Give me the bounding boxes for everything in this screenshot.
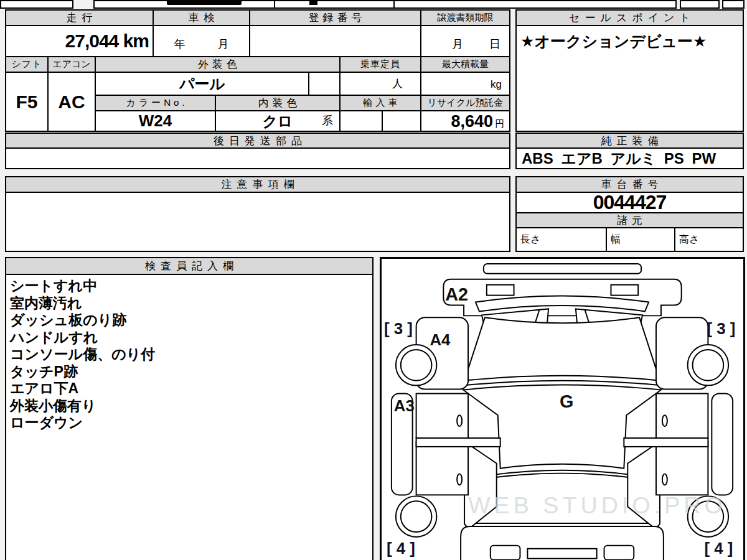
inspector-note-line: エアロ下A: [10, 380, 369, 398]
diagram-door-handle: [457, 415, 462, 426]
interior-color-value: クロ 系: [215, 110, 341, 132]
diagram-bumper-inset-right: [611, 285, 638, 296]
recycle-deposit-value: 8,640 円: [420, 110, 510, 132]
interior-color-header: 内装色: [215, 95, 341, 111]
sales-panel: セールスポイント ★オークションデビュー★ 純正装備 ABS エアB アルミ P…: [515, 9, 744, 169]
exterior-color-header: 外装色: [95, 56, 341, 73]
caution-notes-header: 注意事項欄: [5, 176, 510, 193]
inspector-note-line: 外装小傷有り: [10, 398, 369, 415]
chassis-number-header: 車台番号: [515, 176, 744, 193]
aircon-header: エアコン: [47, 56, 96, 73]
inspector-note-line: ローダウン: [10, 414, 369, 432]
diagram-rear-door-left: [416, 442, 468, 495]
sales-point-value: ★オークションデビュー★: [515, 25, 744, 132]
import-cell-a: [339, 110, 383, 132]
aircon-value: AC: [47, 72, 96, 132]
wheel-grade-4-right: [ 4 ]: [704, 539, 733, 557]
shift-header: シフト: [5, 56, 49, 73]
inspection-date-cell: 年 月: [153, 25, 250, 57]
cutoff-row-text-fragment: [167, 0, 242, 5]
damage-label-g: G: [560, 391, 573, 411]
inspector-note-line: ハンドルすれ: [10, 329, 369, 347]
auction-sheet: 走行 車検 登録番号 譲渡書類期限 27,044 km 年 月 月 日 シフト …: [0, 0, 747, 560]
inspector-note-line: ダッシュ板のり跡: [10, 312, 369, 329]
maxload-unit-label: kg: [491, 78, 502, 91]
diagram-rear-plate: [527, 549, 596, 559]
capacity-header: 乗車定員: [339, 56, 421, 73]
car-damage-diagram-panel: WEB STUDIO.PRO A2 A4 A3 G [ 3 ] [ 3 ] [ …: [380, 257, 745, 560]
watermark-text: WEB STUDIO.PRO: [468, 492, 726, 518]
damage-label-a2: A2: [445, 284, 468, 304]
inspector-note-line: タッチP跡: [10, 363, 369, 381]
inspection-year-label: 年: [174, 37, 186, 52]
spec-height-cell: 高さ: [674, 227, 744, 252]
sales-point-header: セールスポイント: [515, 9, 744, 26]
diagram-rear-inset-right: [604, 546, 634, 560]
inspector-notes-list: シートすれ中 室内薄汚れ ダッシュ板のり跡 ハンドルすれ コンソール傷、のり付 …: [6, 275, 372, 434]
cutoff-row-text-fragment: [309, 1, 317, 5]
mileage-value: 27,044 km: [5, 25, 154, 57]
maxload-value: kg: [420, 72, 510, 96]
equipment-header: 純正装備: [515, 133, 744, 149]
cutoff-cell: [0, 0, 73, 9]
diagram-wheel-front-right-inner: [693, 350, 724, 381]
diagram-wheel-rear-left-inner: [401, 501, 432, 532]
registration-value: [249, 25, 421, 57]
mileage-header: 走行: [5, 9, 154, 26]
vehicle-info-table: 走行 車検 登録番号 譲渡書類期限 27,044 km 年 月 月 日 シフト …: [5, 9, 510, 169]
spec-header: 諸元: [515, 212, 744, 228]
inspector-notes-header: 検査員記入欄: [6, 258, 372, 275]
shift-value: F5: [5, 72, 49, 132]
interior-color-text: クロ: [262, 111, 293, 131]
inspection-month-label: 月: [218, 37, 229, 52]
transfer-deadline-header: 譲渡書類期限: [420, 9, 510, 26]
wheel-grade-4-left: [ 4 ]: [387, 539, 415, 557]
inspector-notes-panel: 検査員記入欄 シートすれ中 室内薄汚れ ダッシュ板のり跡 ハンドルすれ コンソー…: [5, 257, 374, 560]
inspector-note-line: シートすれ中: [10, 278, 369, 295]
spec-length-cell: 長さ: [515, 227, 607, 252]
diagram-sill-band-left: [416, 438, 500, 447]
wheel-grade-3-right: [ 3 ]: [707, 320, 735, 337]
diagram-rocker-right: [712, 394, 733, 495]
car-diagram: WEB STUDIO.PRO A2 A4 A3 G [ 3 ] [ 3 ] [ …: [382, 259, 743, 560]
diagram-wheel-front-left-inner: [401, 350, 432, 381]
caution-notes-value: [5, 192, 510, 252]
diagram-door-handle: [662, 474, 667, 485]
color-no-value: W24: [95, 110, 216, 132]
diagram-bumper-inset-left: [487, 285, 514, 296]
capacity-unit-label: 人: [392, 77, 403, 91]
inspector-note-line: 室内薄汚れ: [10, 295, 369, 312]
recycle-deposit-header: リサイクル預託金: [420, 95, 510, 111]
inspector-note-line: コンソール傷、のり付: [10, 346, 369, 363]
chassis-number-value: 0044427: [515, 192, 744, 213]
exterior-color-extra-cell: [308, 72, 341, 96]
capacity-value: 人: [339, 72, 421, 96]
chassis-panel: 車台番号 0044427 諸元 長さ 幅 高さ: [515, 176, 744, 252]
damage-label-a4: A4: [430, 331, 451, 348]
cutoff-cell: [393, 0, 677, 9]
caution-notes-table: 注意事項欄: [5, 176, 510, 252]
spec-width-cell: 幅: [606, 227, 675, 252]
diagram-roof-strip: [484, 264, 641, 274]
damage-label-a3: A3: [394, 397, 415, 414]
transfer-month-label: 月: [452, 37, 463, 52]
diagram-door-handle: [457, 474, 462, 485]
diagram-door-handle: [662, 415, 667, 426]
registration-header: 登録番号: [249, 9, 421, 26]
diagram-rear-door-right: [656, 442, 708, 495]
equipment-value: ABS エアB アルミ PS PW: [515, 147, 744, 169]
inspection-header: 車検: [153, 9, 250, 26]
interior-color-suffix: 系: [322, 113, 333, 128]
transfer-date-cell: 月 日: [420, 25, 510, 57]
maxload-header: 最大積載量: [420, 56, 510, 73]
import-header: 輸入車: [339, 95, 421, 111]
cutoff-cell: [722, 0, 745, 9]
recycle-unit-label: 円: [495, 118, 504, 130]
cutoff-cell: [680, 0, 720, 9]
exterior-color-value: パール: [95, 72, 309, 96]
import-cell-b: [382, 110, 421, 132]
transfer-day-label: 日: [489, 37, 500, 52]
recycle-amount: 8,640: [451, 111, 493, 132]
wheel-grade-3-left: [ 3 ]: [384, 320, 413, 337]
diagram-sill-band-right: [624, 438, 708, 447]
